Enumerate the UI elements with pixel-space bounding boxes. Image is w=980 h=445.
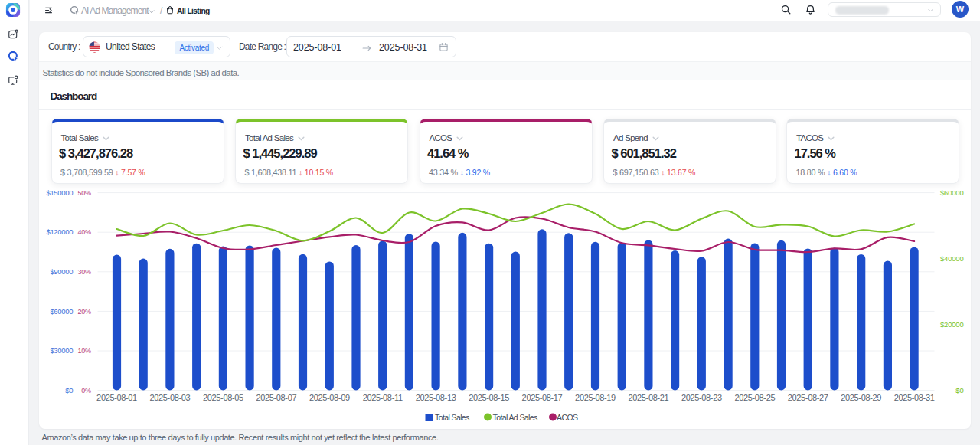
svg-text:Total Sales: Total Sales [435, 413, 469, 422]
svg-text:2025-08-25: 2025-08-25 [734, 393, 775, 402]
svg-text:$60000: $60000 [940, 188, 964, 197]
svg-text:2025-08-21: 2025-08-21 [629, 393, 669, 402]
svg-text:$120000: $120000 [46, 227, 73, 236]
svg-text:$40000: $40000 [940, 254, 964, 263]
svg-text:2025-08-15: 2025-08-15 [469, 393, 509, 402]
svg-text:$90000: $90000 [50, 267, 73, 276]
svg-text:2025-08-23: 2025-08-23 [681, 393, 722, 402]
svg-text:2025-08-01: 2025-08-01 [96, 393, 137, 402]
svg-text:$0: $0 [956, 386, 963, 394]
svg-text:30%: 30% [77, 268, 91, 276]
svg-text:20%: 20% [77, 308, 91, 316]
svg-text:2025-08-19: 2025-08-19 [575, 393, 616, 402]
svg-text:0%: 0% [81, 387, 91, 394]
svg-text:2025-08-31: 2025-08-31 [894, 393, 935, 402]
svg-text:2025-08-09: 2025-08-09 [309, 393, 350, 402]
svg-text:2025-08-03: 2025-08-03 [150, 393, 191, 402]
svg-text:$20000: $20000 [940, 320, 964, 329]
svg-text:$60000: $60000 [50, 307, 73, 316]
svg-text:2025-08-05: 2025-08-05 [203, 393, 243, 402]
svg-text:10%: 10% [77, 347, 91, 355]
svg-text:2025-08-29: 2025-08-29 [841, 393, 881, 402]
svg-text:2025-08-13: 2025-08-13 [416, 393, 456, 402]
svg-text:2025-08-17: 2025-08-17 [522, 393, 563, 402]
svg-text:2025-08-27: 2025-08-27 [788, 393, 828, 402]
svg-text:2025-08-11: 2025-08-11 [363, 393, 403, 402]
svg-text:40%: 40% [77, 228, 91, 236]
svg-text:$0: $0 [65, 386, 73, 394]
svg-text:2025-08-07: 2025-08-07 [256, 393, 296, 402]
svg-text:ACOS: ACOS [557, 413, 578, 422]
svg-text:$30000: $30000 [50, 346, 73, 355]
svg-text:50%: 50% [77, 189, 91, 197]
svg-text:Total Ad Sales: Total Ad Sales [493, 413, 537, 422]
svg-text:$150000: $150000 [46, 188, 73, 197]
